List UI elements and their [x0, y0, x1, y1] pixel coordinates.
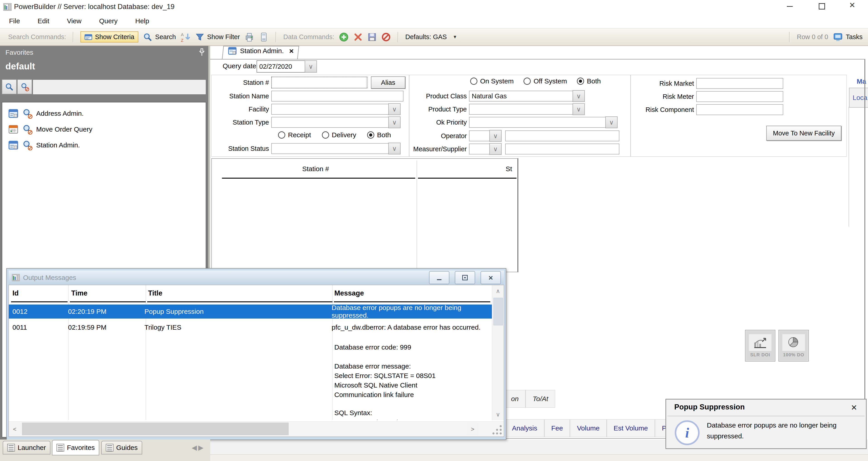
facility-dropdown-button[interactable]: ∨ — [388, 103, 401, 115]
alias-button[interactable]: Alias — [371, 76, 405, 89]
resize-grip[interactable] — [492, 424, 502, 435]
column-id[interactable]: Id — [12, 289, 19, 297]
scroll-up-icon[interactable]: ∧ — [492, 285, 504, 297]
dock-tab-launcher[interactable]: Launcher — [3, 441, 51, 455]
print-preview-icon[interactable] — [259, 32, 269, 42]
favorites-search-input[interactable] — [33, 80, 206, 94]
query-date-input[interactable] — [256, 60, 305, 72]
grid-column-clipped[interactable]: St — [506, 165, 512, 173]
tab-est-volume[interactable]: Est Volume — [607, 420, 655, 437]
pin-icon[interactable] — [198, 48, 206, 57]
facility-input[interactable] — [271, 104, 389, 115]
risk-market-input[interactable] — [696, 78, 783, 89]
maximize-button[interactable] — [818, 2, 826, 10]
radio-receipt[interactable] — [278, 131, 285, 139]
vertical-scrollbar[interactable]: ∧ ∨ — [492, 285, 504, 420]
scroll-right-icon[interactable]: > — [467, 423, 478, 435]
output-restore-button[interactable] — [455, 271, 475, 284]
favorites-item-station-admin[interactable]: Station Admin. — [2, 137, 206, 153]
minimize-button[interactable] — [786, 2, 794, 10]
radio-off-system[interactable] — [524, 78, 531, 85]
favorites-search-button[interactable] — [2, 79, 17, 94]
operator-dropdown-button[interactable]: ∨ — [489, 130, 502, 142]
product-type-input[interactable] — [469, 104, 573, 115]
message-row[interactable]: 0011 02:19:59 PM Trilogy TIES pfc_u_dw.d… — [9, 320, 492, 334]
dock-scroll-arrows[interactable]: ◀▶ — [192, 443, 205, 452]
delete-row-icon[interactable] — [353, 32, 363, 42]
station-status-input[interactable] — [271, 143, 389, 154]
sort-az-icon[interactable]: AZ — [180, 32, 191, 42]
ok-priority-dropdown-button[interactable]: ∨ — [605, 117, 618, 128]
tab-fee[interactable]: Fee — [544, 420, 570, 437]
radio-both-system[interactable] — [577, 78, 584, 85]
tab-analysis[interactable]: Analysis — [505, 420, 544, 437]
save-icon[interactable] — [367, 32, 377, 42]
slr-doi-button[interactable]: SLR DOI — [745, 330, 775, 361]
ok-priority-input[interactable] — [469, 117, 606, 128]
query-date-dropdown-button[interactable]: ∨ — [305, 60, 317, 72]
tab-volume[interactable]: Volume — [570, 420, 607, 437]
column-time[interactable]: Time — [71, 289, 88, 297]
move-to-new-facility-button[interactable]: Move To New Facility — [766, 126, 841, 141]
scroll-thumb[interactable] — [22, 423, 289, 435]
column-message[interactable]: Message — [334, 289, 364, 297]
risk-component-label: Risk Component — [633, 106, 694, 114]
measurer-name-input[interactable] — [505, 144, 619, 154]
risk-component-input[interactable] — [696, 104, 783, 115]
dock-tab-guides[interactable]: Guides — [101, 441, 142, 455]
operator-name-input[interactable] — [505, 130, 619, 141]
measurer-code-input[interactable] — [469, 144, 490, 154]
scroll-left-icon[interactable]: < — [9, 423, 21, 435]
toast-close-icon[interactable]: × — [851, 402, 857, 413]
tab-station-admin[interactable]: Station Admin. × — [222, 46, 299, 59]
menu-edit[interactable]: Edit — [35, 16, 52, 26]
search-button[interactable]: Search — [143, 32, 176, 42]
product-class-dropdown-button[interactable]: ∨ — [572, 90, 585, 102]
station-status-dropdown-button[interactable]: ∨ — [388, 143, 401, 154]
grid-column-station-number[interactable]: Station # — [302, 165, 329, 173]
operator-code-input[interactable] — [469, 130, 490, 141]
detail-line: Communication link failure — [334, 391, 414, 399]
column-title[interactable]: Title — [148, 289, 162, 297]
header-underline — [11, 301, 68, 302]
query-date-label: Query date: — [223, 62, 258, 70]
measurer-dropdown-button[interactable]: ∨ — [489, 143, 502, 155]
output-close-button[interactable]: × — [480, 271, 501, 284]
insert-row-icon[interactable] — [339, 32, 349, 42]
product-class-input[interactable] — [469, 91, 573, 101]
scroll-thumb[interactable] — [493, 298, 503, 325]
cancel-changes-icon[interactable] — [381, 32, 391, 42]
radio-both-rd[interactable] — [367, 131, 374, 139]
favorites-clear-search-button[interactable] — [17, 79, 32, 94]
menu-query[interactable]: Query — [97, 16, 120, 26]
scroll-down-icon[interactable]: ∨ — [492, 408, 504, 420]
station-type-input[interactable] — [271, 117, 389, 128]
favorites-item-move-order-query[interactable]: Move Order Query — [2, 121, 206, 137]
tab-clipped-on[interactable]: on — [504, 390, 526, 408]
radio-delivery[interactable] — [322, 131, 329, 139]
radio-on-system[interactable] — [470, 78, 477, 85]
output-minimize-button[interactable] — [429, 271, 450, 284]
tab-to-at[interactable]: To/At — [526, 390, 555, 408]
tab-close-icon[interactable]: × — [289, 47, 293, 55]
message-row-selected[interactable]: 0012 02:20:19 PM Popup Suppression Datab… — [9, 305, 492, 318]
menu-view[interactable]: View — [65, 16, 84, 26]
print-icon[interactable] — [244, 32, 254, 42]
station-number-input[interactable] — [271, 76, 367, 88]
pct-do-button[interactable]: 100% DO — [779, 330, 808, 361]
product-type-dropdown-button[interactable]: ∨ — [572, 103, 585, 115]
risk-meter-input[interactable] — [696, 91, 783, 102]
menu-help[interactable]: Help — [133, 16, 151, 26]
defaults-dropdown[interactable]: Defaults: GAS ▼ — [405, 33, 457, 41]
output-window-titlebar[interactable]: Output Messages × — [8, 270, 504, 285]
favorites-item-address-admin[interactable]: Address Admin. — [2, 105, 206, 121]
station-type-dropdown-button[interactable]: ∨ — [388, 117, 401, 128]
menu-file[interactable]: File — [7, 16, 22, 26]
tasks-button[interactable]: Tasks — [833, 32, 863, 42]
station-name-input[interactable] — [271, 91, 403, 101]
dock-tab-favorites[interactable]: Favorites — [52, 440, 99, 455]
horizontal-scrollbar[interactable]: < > — [9, 422, 504, 437]
show-criteria-button[interactable]: Show Criteria — [81, 31, 138, 42]
close-button[interactable]: × — [848, 1, 856, 9]
show-filter-button[interactable]: Show Filter — [195, 33, 240, 41]
